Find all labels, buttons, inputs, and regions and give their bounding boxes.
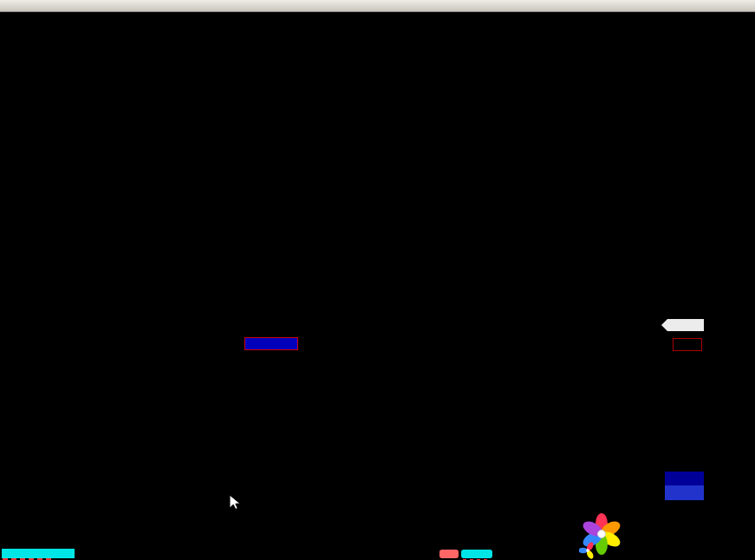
last-price-tag [667,319,704,331]
progress-block [2,549,75,558]
bar-count-box [665,472,704,500]
period-selector-tag[interactable] [673,338,702,351]
mouse-cursor [229,494,243,511]
zhuangjia-pane-header [4,396,663,408]
flower-logo-icon [579,513,628,560]
indicator-last-value [665,485,704,500]
chart-graphics [0,0,755,560]
red-pill [439,550,459,558]
selected-date-label [244,337,298,350]
cyan-pill [461,550,492,558]
trading-app-window [0,0,755,560]
bar-count-value [665,472,704,485]
volume-pane-header [4,350,663,361]
site-logo [579,513,755,560]
